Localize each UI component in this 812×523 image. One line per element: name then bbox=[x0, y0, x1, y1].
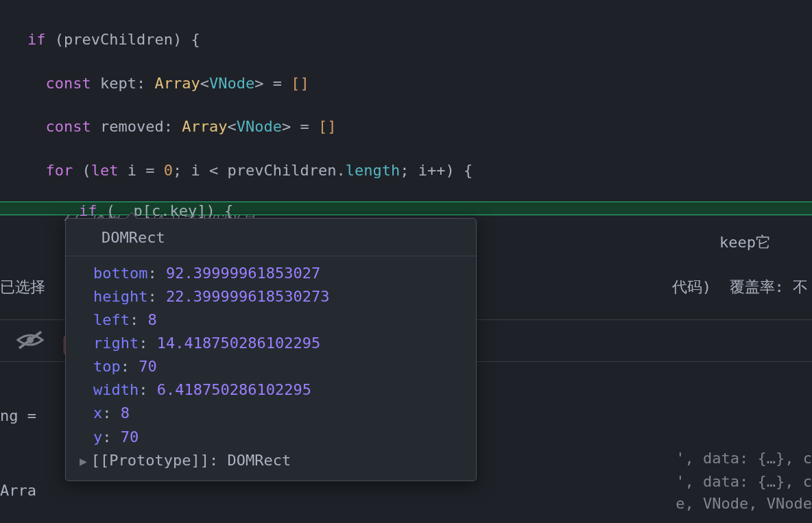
prototype-row[interactable]: ▶[[Prototype]]: DOMRect bbox=[80, 449, 462, 472]
code-line: const removed: Array<VNode> = [] bbox=[27, 116, 812, 138]
status-left: 已选择 bbox=[0, 276, 45, 298]
property-row[interactable]: top: 70 bbox=[93, 355, 462, 378]
property-row[interactable]: bottom: 92.39999961853027 bbox=[93, 262, 462, 285]
property-row[interactable]: width: 6.418750286102295 bbox=[93, 378, 462, 402]
code-line: const kept: Array<VNode> = [] bbox=[27, 73, 812, 95]
console-output: e, VNode, VNode bbox=[676, 493, 812, 515]
code-line: for (let i = 0; i < prevChildren.length;… bbox=[27, 160, 812, 182]
property-row[interactable]: y: 70 bbox=[93, 426, 462, 449]
console-output: ', data: {…}, c bbox=[676, 448, 812, 470]
background-code: Arra bbox=[0, 480, 36, 502]
property-row[interactable]: right: 14.418750286102295 bbox=[93, 332, 462, 355]
value-tooltip[interactable]: DOMRect bottom: 92.39999961853027 height… bbox=[65, 218, 477, 481]
code-line: if (prevChildren) { bbox=[27, 29, 812, 51]
tooltip-body: bottom: 92.39999961853027 height: 22.399… bbox=[66, 256, 476, 474]
status-right: 代码) 覆盖率: 不 bbox=[672, 276, 808, 298]
background-code: keep它 bbox=[719, 232, 771, 254]
console-output: ', data: {…}, c bbox=[676, 471, 812, 493]
visibility-off-icon[interactable] bbox=[14, 326, 47, 360]
background-code: ng = bbox=[0, 405, 45, 427]
property-row[interactable]: left: 8 bbox=[93, 308, 462, 332]
property-row[interactable]: x: 8 bbox=[93, 402, 462, 425]
property-row[interactable]: height: 22.399999618530273 bbox=[93, 285, 462, 308]
tooltip-header: DOMRect bbox=[66, 219, 476, 256]
expand-arrow-icon[interactable]: ▶ bbox=[80, 454, 87, 468]
